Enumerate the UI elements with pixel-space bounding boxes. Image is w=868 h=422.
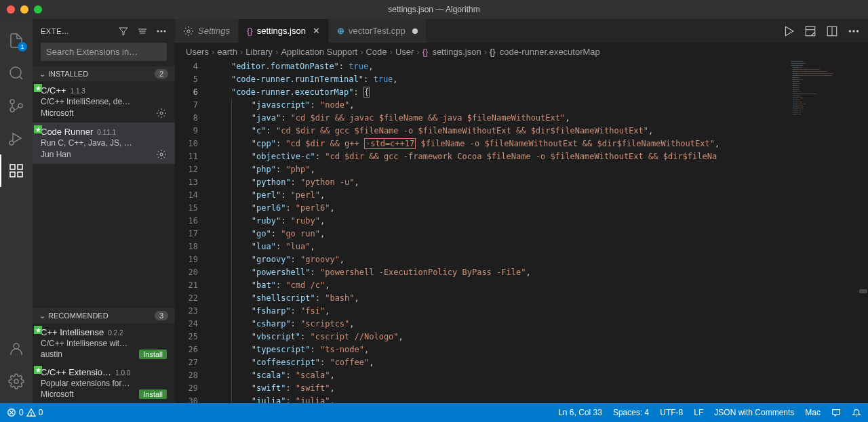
split-icon[interactable] [826,25,838,37]
window-close-button[interactable] [7,5,15,14]
install-button[interactable]: Install [139,350,167,359]
extension-version: 0.2.2 [108,329,123,337]
svg-rect-10 [18,172,22,177]
extension-version: 1.0.0 [115,369,130,377]
status-os[interactable]: Mac [805,408,821,417]
extension-item[interactable]: ★ Code Runner0.11.1 Run C, C++, Java, JS… [33,123,175,164]
svg-point-12 [14,379,18,383]
extension-description: C/C++ IntelliSense, de… [41,97,167,106]
sidebar-title: EXTE… [41,27,111,35]
extension-version: 1.1.3 [71,87,85,95]
more-actions-icon[interactable] [848,25,860,37]
window-maximize-button[interactable] [34,5,42,14]
svg-line-1 [20,77,22,79]
extensions-sidebar: EXTE… Search Extensions in… ⌄ INSTALLED … [33,19,175,403]
svg-point-26 [849,30,851,32]
verified-icon: ★ [34,84,42,92]
account-icon[interactable] [0,333,33,365]
search-icon[interactable] [0,57,33,89]
extension-item[interactable]: ★ C/C++ Extensio…1.0.0 Popular extension… [33,363,175,403]
svg-marker-5 [13,133,21,143]
feedback-icon[interactable] [831,408,841,417]
run-icon[interactable] [783,25,795,37]
install-button[interactable]: Install [139,389,167,399]
svg-rect-8 [18,165,22,169]
line-numbers: 4567891011121314151617181920212223242526… [175,60,212,403]
svg-point-33 [31,415,31,415]
statusbar: 0 0 Ln 6, Col 33 Spaces: 4 UTF-8 LF JSON… [0,403,868,422]
svg-rect-23 [806,26,815,36]
breadcrumbs[interactable]: Users› earth› Library› Application Suppo… [175,43,868,60]
clear-icon[interactable] [137,26,148,37]
svg-point-19 [160,112,163,114]
titlebar: settings.json — Algorithm [0,0,868,19]
svg-point-0 [10,67,21,78]
status-spaces[interactable]: Spaces: 4 [613,408,649,417]
gear-icon[interactable] [156,149,167,160]
settings-gear-icon[interactable] [0,365,33,398]
svg-point-16 [157,30,159,32]
svg-point-21 [187,30,190,33]
section-recommended[interactable]: ⌄ RECOMMENDED 3 [33,308,175,323]
gear-icon[interactable] [156,108,167,119]
explorer-icon[interactable]: 1 [0,24,33,57]
extension-publisher: austin [41,350,62,359]
svg-point-4 [18,104,22,108]
vertical-scrollbar[interactable] [859,60,868,403]
section-installed[interactable]: ⌄ INSTALLED 2 [33,66,175,81]
extension-item[interactable]: ★ C/C++1.1.3 C/C++ IntelliSense, de… Mic… [33,81,175,123]
search-input[interactable]: Search Extensions in… [41,43,167,61]
extension-publisher: Jun Han [41,150,71,159]
svg-marker-22 [786,26,793,36]
status-encoding[interactable]: UTF-8 [660,408,683,417]
tab-settings-json[interactable]: {} settings.json ✕ [239,19,329,43]
svg-rect-9 [10,172,15,177]
verified-icon: ★ [34,326,42,334]
debug-icon[interactable] [0,122,33,154]
extension-description: C/C++ Intellisense wit… [41,339,167,348]
window-minimize-button[interactable] [20,5,28,14]
tab-settings[interactable]: Settings [175,19,239,43]
extension-name: Code Runner [41,127,93,137]
verified-icon: ★ [34,366,42,374]
extension-name: C++ Intellisense [41,327,104,337]
extension-name: C/C++ Extensio… [41,367,111,377]
status-cursor[interactable]: Ln 6, Col 33 [558,408,602,417]
braces-icon: {} [422,47,429,57]
extension-name: C/C++ [41,85,66,96]
extension-description: Popular extensions for… [41,379,167,388]
svg-point-28 [856,30,859,32]
svg-point-2 [10,100,14,104]
extension-description: Run C, C++, Java, JS, … [41,138,167,148]
extension-version: 0.11.1 [97,129,116,136]
modified-dot-icon [412,28,418,34]
svg-point-27 [852,30,854,32]
explorer-badge: 1 [18,42,27,51]
svg-point-3 [10,108,14,112]
svg-point-20 [160,153,163,156]
chevron-down-icon: ⌄ [39,70,45,79]
status-problems[interactable]: 0 0 [7,408,43,417]
editor-area: Settings {} settings.json ✕ ⊕ vectorTest… [175,19,868,403]
chevron-down-icon: ⌄ [39,312,45,320]
open-preview-icon[interactable] [804,25,816,37]
svg-point-11 [14,343,19,349]
verified-icon: ★ [34,125,42,133]
activity-bar: 1 [0,19,33,403]
filter-icon[interactable] [118,26,129,37]
more-icon[interactable] [156,26,167,37]
recommended-count: 3 [155,311,168,320]
tab-vectortest[interactable]: ⊕ vectorTest.cpp [329,19,427,43]
gear-icon [183,26,194,37]
svg-point-17 [161,30,163,32]
svg-rect-7 [10,165,15,169]
bell-icon[interactable] [852,408,861,417]
extensions-icon[interactable] [0,154,33,187]
status-language[interactable]: JSON with Comments [714,408,794,417]
extension-publisher: Microsoft [41,108,74,118]
close-icon[interactable]: ✕ [313,26,320,36]
code-editor[interactable]: 4567891011121314151617181920212223242526… [175,60,868,403]
status-eol[interactable]: LF [694,408,703,417]
source-control-icon[interactable] [0,89,33,122]
extension-item[interactable]: ★ C++ Intellisense0.2.2 C/C++ Intellisen… [33,323,175,363]
